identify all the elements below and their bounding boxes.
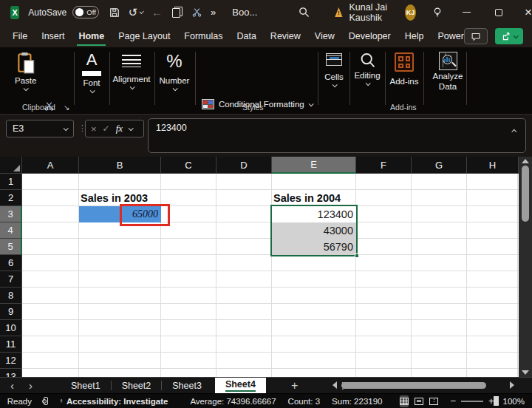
zoom-slider[interactable] [461,401,483,402]
tab-formulas[interactable]: Formulas [183,27,224,46]
comments-button[interactable] [464,28,488,44]
alignment-group-button[interactable]: Alignment [111,55,152,89]
paste-button[interactable]: Paste [15,52,36,91]
name-box[interactable]: E3 [6,120,74,137]
warning-icon[interactable]: ! [335,7,342,17]
column-header-b[interactable]: B [79,157,161,174]
undo-dropdown-icon[interactable] [140,10,144,14]
tab-insert[interactable]: Insert [40,27,66,46]
sheet-tab-sheet3[interactable]: Sheet3 [162,378,212,394]
undo-icon[interactable]: ↺ [129,0,138,24]
sheet-tab-sheet4-active[interactable]: Sheet4 [215,378,266,394]
row-header-3[interactable]: 3 [0,206,22,222]
copy-icon[interactable] [172,0,183,24]
zoom-slider-thumb[interactable] [494,396,499,406]
horizontal-scrollbar[interactable] [332,377,523,393]
tab-home[interactable]: Home [77,27,106,46]
add-sheet-button[interactable]: + [284,380,305,392]
scroll-down-icon[interactable] [522,370,529,375]
cells-area[interactable]: Sales in 2003 Sales in 2004 65000 123400… [22,174,519,377]
cancel-entry-icon[interactable]: × [91,123,97,135]
scroll-left-icon[interactable] [332,381,337,389]
cell-e2[interactable]: Sales in 2004 [273,190,341,206]
tab-developer[interactable]: Developer [347,27,392,46]
fx-button-group: × ✓ fx [85,120,144,137]
scroll-up-icon[interactable] [522,159,529,163]
editing-group-button[interactable]: Editing [350,52,384,86]
autosave-toggle[interactable]: Off [72,6,99,18]
tab-file[interactable]: File [11,27,29,46]
font-group-button[interactable]: A Font [77,52,106,93]
search-icon[interactable] [299,0,310,24]
row-header-5[interactable]: 5 [0,239,22,255]
column-header-h[interactable]: H [467,157,519,174]
row-header-2[interactable]: 2 [0,190,22,206]
column-header-d[interactable]: D [216,157,272,174]
column-header-f[interactable]: F [356,157,412,174]
addins-button[interactable]: Add-ins [387,52,421,86]
user-name[interactable]: Kunal Jai Kaushik [349,2,400,23]
avatar[interactable]: KJ [405,4,416,21]
normal-view-icon [400,398,409,405]
normal-view-button[interactable] [400,395,409,407]
vertical-scrollbar[interactable] [519,157,532,377]
save-icon[interactable] [109,0,120,24]
row-header-6[interactable]: 6 [0,255,22,271]
excel-window: X AutoSave Off ↺ ← » Boo... ! Kunal Jai … [0,0,532,408]
analyze-data-button[interactable]: Analyze Data [429,52,467,91]
row-header-12[interactable]: 12 [0,353,22,369]
tab-data[interactable]: Data [235,27,257,46]
close-button[interactable]: × [525,0,532,24]
enter-entry-icon[interactable]: ✓ [103,123,110,134]
column-header-a[interactable]: A [22,157,79,174]
insert-function-icon[interactable]: fx [116,123,123,135]
macro-record-icon[interactable] [44,397,48,405]
vertical-scroll-thumb[interactable] [522,166,529,222]
page-break-view-button[interactable] [429,395,438,407]
column-header-c[interactable]: C [161,157,216,174]
maximize-button[interactable] [495,0,502,24]
scroll-right-icon[interactable] [510,381,514,389]
cut-icon[interactable] [192,0,202,24]
row-header-11[interactable]: 11 [0,336,22,353]
row-header-1[interactable]: 1 [0,174,22,190]
page-layout-view-button[interactable] [415,395,423,407]
zoom-out-button[interactable]: − [450,395,456,407]
column-header-e[interactable]: E [272,157,356,174]
row-header-8[interactable]: 8 [0,288,22,304]
fill-handle[interactable] [355,254,359,258]
row-header-7[interactable]: 7 [0,271,22,288]
row-header-10[interactable]: 10 [0,320,22,336]
sheet-tab-sheet1[interactable]: Sheet1 [61,378,111,394]
row-header-9[interactable]: 9 [0,304,22,320]
minimize-button[interactable] [463,0,471,24]
sheet-next-icon[interactable]: › [21,380,40,391]
formula-bar-row: E3 ⋮ × ✓ fx 123400 [0,115,532,157]
zoom-level[interactable]: 100% [503,397,525,406]
fx-dropdown-icon[interactable] [129,126,134,131]
column-headers: A B C D E F G H [22,157,519,174]
tab-help[interactable]: Help [403,27,426,46]
sheet-prev-icon[interactable]: ‹ [3,380,21,391]
sheet-tab-sheet2[interactable]: Sheet2 [112,378,162,394]
sum-readout: Sum: 223190 [332,397,382,406]
row-header-4[interactable]: 4 [0,222,22,239]
column-header-g[interactable]: G [412,157,467,174]
tab-page-layout[interactable]: Page Layout [117,27,171,46]
expand-formula-bar-icon[interactable] [511,129,516,135]
accessibility-status[interactable]: Accessibility: Investigate [66,397,168,406]
name-box-dropdown-icon[interactable] [64,126,69,131]
select-all-corner[interactable] [0,157,22,174]
share-button[interactable] [495,28,523,44]
tab-review[interactable]: Review [269,27,302,46]
number-group-button[interactable]: % Number [157,52,192,91]
cells-group-button[interactable]: Cells [319,53,349,87]
lightbulb-icon[interactable] [432,0,443,24]
horizontal-scroll-thumb[interactable] [341,382,486,389]
toolbar-overflow-icon[interactable]: » [211,0,216,24]
tab-view[interactable]: View [313,27,336,46]
title-bar: X AutoSave Off ↺ ← » Boo... ! Kunal Jai … [0,0,532,24]
clipboard-dialog-launcher[interactable]: ↘ [64,103,69,112]
page-layout-view-icon [415,398,423,405]
formula-input[interactable]: 123400 [148,118,526,153]
